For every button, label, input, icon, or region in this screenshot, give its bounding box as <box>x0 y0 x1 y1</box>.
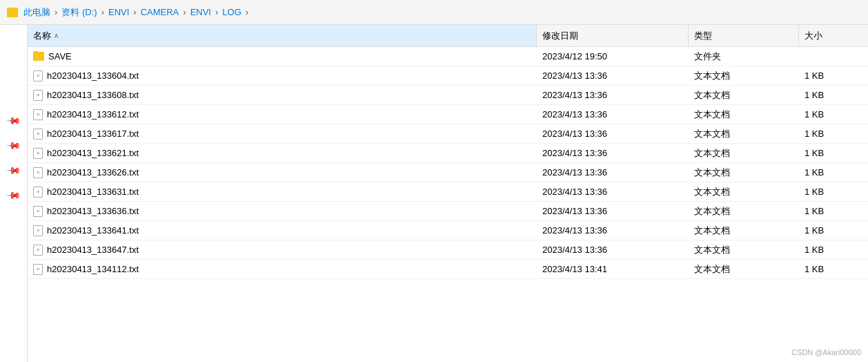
file-modified: 2023/4/13 13:36 <box>537 245 689 255</box>
table-row[interactable]: h20230413_134112.txt 2023/4/13 13:41 文本文… <box>28 260 868 279</box>
txt-file-icon <box>33 264 43 275</box>
file-type: 文本文档 <box>689 263 799 276</box>
table-row[interactable]: h20230413_133641.txt 2023/4/13 13:36 文本文… <box>28 221 868 240</box>
file-modified: 2023/4/13 13:36 <box>537 148 689 158</box>
table-row[interactable]: h20230413_133604.txt 2023/4/13 13:36 文本文… <box>28 66 868 86</box>
table-row[interactable]: h20230413_133626.txt 2023/4/13 13:36 文本文… <box>28 163 868 182</box>
txt-file-icon <box>33 167 43 178</box>
file-name: h20230413_133612.txt <box>47 109 139 120</box>
file-type: 文本文档 <box>689 186 799 198</box>
breadcrumb-item-envi1[interactable]: ENVI <box>108 7 129 17</box>
file-name: h20230413_133626.txt <box>47 167 139 178</box>
file-type: 文本文档 <box>689 147 799 160</box>
file-name: h20230413_133621.txt <box>47 148 139 158</box>
breadcrumb-item-log[interactable]: LOG <box>222 7 241 17</box>
pin-icon-2[interactable]: 📌 <box>6 137 21 153</box>
file-name: h20230413_133617.txt <box>47 128 139 139</box>
col-header-size[interactable]: 大小 <box>799 25 868 46</box>
file-name: h20230413_133636.txt <box>47 206 139 216</box>
col-header-modified[interactable]: 修改日期 <box>537 25 689 46</box>
table-row[interactable]: h20230413_133621.txt 2023/4/13 13:36 文本文… <box>28 144 868 163</box>
file-type: 文本文档 <box>689 89 799 102</box>
explorer-window: 此电脑 › 资料 (D:) › ENVI › CAMERA › ENVI › L… <box>0 0 868 362</box>
table-row[interactable]: h20230413_133647.txt 2023/4/13 13:36 文本文… <box>28 240 868 260</box>
file-modified: 2023/4/12 19:50 <box>537 51 689 61</box>
file-name-cell: h20230413_133631.txt <box>28 187 537 198</box>
txt-file-icon <box>33 206 43 217</box>
file-name-cell: h20230413_133617.txt <box>28 128 537 140</box>
file-modified: 2023/4/13 13:36 <box>537 109 689 120</box>
breadcrumb-sep-3: › <box>133 7 136 17</box>
txt-file-icon <box>33 90 43 101</box>
col-header-type[interactable]: 类型 <box>689 25 799 46</box>
file-size: 1 KB <box>799 264 868 274</box>
file-size: 1 KB <box>799 245 868 255</box>
breadcrumb-sep-1: › <box>55 7 57 17</box>
file-name: h20230413_133647.txt <box>47 245 139 255</box>
file-name-cell: h20230413_133641.txt <box>28 225 537 236</box>
file-name: h20230413_133631.txt <box>47 187 139 197</box>
file-type: 文件夹 <box>689 50 799 63</box>
file-size: 1 KB <box>799 128 868 139</box>
pin-icon-1[interactable]: 📌 <box>6 112 21 128</box>
file-size: 1 KB <box>799 70 868 81</box>
file-type: 文本文档 <box>689 205 799 218</box>
main-area: 📌 📌 📌 📌 名称 ∧ 修改日期 类型 大小 <box>0 25 868 362</box>
file-type: 文本文档 <box>689 70 799 82</box>
file-size: 1 KB <box>799 206 868 216</box>
breadcrumb-bar: 此电脑 › 资料 (D:) › ENVI › CAMERA › ENVI › L… <box>0 0 868 25</box>
file-list-area[interactable]: 名称 ∧ 修改日期 类型 大小 SAVE 2023/4/12 19:50 <box>28 25 868 362</box>
file-modified: 2023/4/13 13:41 <box>537 264 689 274</box>
txt-file-icon <box>33 245 43 256</box>
pin-panel: 📌 📌 📌 📌 <box>0 25 28 362</box>
file-modified: 2023/4/13 13:36 <box>537 90 689 100</box>
breadcrumb-sep-2: › <box>101 7 104 17</box>
file-name-cell: h20230413_133636.txt <box>28 206 537 217</box>
breadcrumb-sep-6: › <box>246 7 248 17</box>
file-name-cell: h20230413_133612.txt <box>28 109 537 120</box>
col-header-name[interactable]: 名称 ∧ <box>28 25 537 46</box>
pin-icon-3[interactable]: 📌 <box>6 162 21 178</box>
file-name-cell: h20230413_133621.txt <box>28 148 537 159</box>
txt-file-icon <box>33 109 43 120</box>
file-name-cell: SAVE <box>28 51 537 61</box>
breadcrumb-item-drive[interactable]: 资料 (D:) <box>61 6 97 19</box>
file-name: h20230413_134112.txt <box>47 264 139 274</box>
breadcrumb-item-envi2[interactable]: ENVI <box>190 7 211 17</box>
table-row[interactable]: h20230413_133617.txt 2023/4/13 13:36 文本文… <box>28 124 868 144</box>
file-modified: 2023/4/13 13:36 <box>537 187 689 197</box>
txt-file-icon <box>33 225 43 236</box>
file-name-cell: h20230413_133647.txt <box>28 245 537 256</box>
breadcrumb-item-camera[interactable]: CAMERA <box>141 7 179 17</box>
txt-file-icon <box>33 70 43 82</box>
file-size: 1 KB <box>799 187 868 197</box>
file-modified: 2023/4/13 13:36 <box>537 70 689 81</box>
breadcrumb-sep-5: › <box>215 7 218 17</box>
file-name: h20230413_133608.txt <box>47 90 139 100</box>
file-type: 文本文档 <box>689 225 799 237</box>
file-size: 1 KB <box>799 148 868 158</box>
breadcrumb-item-pc[interactable]: 此电脑 <box>23 6 50 19</box>
pin-icon-4[interactable]: 📌 <box>6 187 21 202</box>
table-row[interactable]: SAVE 2023/4/12 19:50 文件夹 <box>28 47 868 66</box>
table-row[interactable]: h20230413_133608.txt 2023/4/13 13:36 文本文… <box>28 86 868 105</box>
table-row[interactable]: h20230413_133631.txt 2023/4/13 13:36 文本文… <box>28 182 868 202</box>
file-modified: 2023/4/13 13:36 <box>537 128 689 139</box>
watermark: CSDN @Akari00000 <box>791 348 861 356</box>
file-type: 文本文档 <box>689 128 799 140</box>
file-rows-container: SAVE 2023/4/12 19:50 文件夹 h20230413_13360… <box>28 47 868 279</box>
breadcrumb-folder-icon <box>7 8 18 17</box>
table-row[interactable]: h20230413_133636.txt 2023/4/13 13:36 文本文… <box>28 202 868 221</box>
file-name: h20230413_133641.txt <box>47 225 139 236</box>
file-name-cell: h20230413_133608.txt <box>28 90 537 101</box>
file-name-cell: h20230413_133604.txt <box>28 70 537 82</box>
file-size: 1 KB <box>799 167 868 178</box>
file-size: 1 KB <box>799 225 868 236</box>
file-type: 文本文档 <box>689 166 799 179</box>
txt-file-icon <box>33 187 43 198</box>
file-size: 1 KB <box>799 90 868 100</box>
file-name: SAVE <box>48 51 72 61</box>
file-modified: 2023/4/13 13:36 <box>537 225 689 236</box>
file-modified: 2023/4/13 13:36 <box>537 167 689 178</box>
table-row[interactable]: h20230413_133612.txt 2023/4/13 13:36 文本文… <box>28 105 868 124</box>
